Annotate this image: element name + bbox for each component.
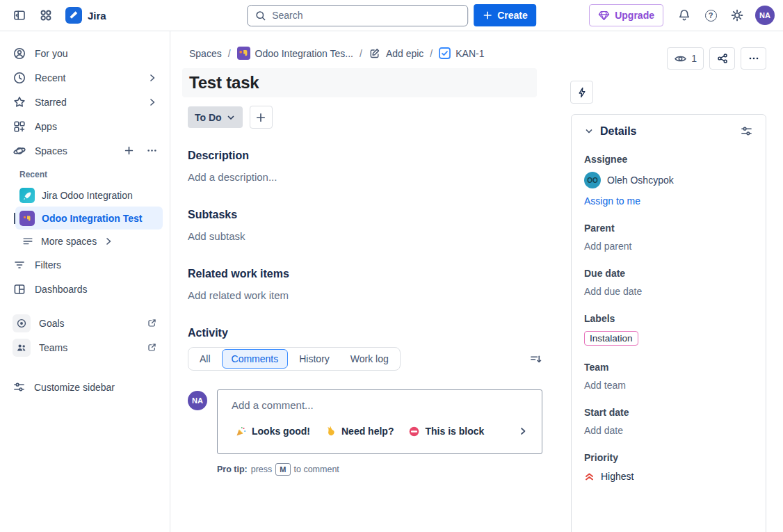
space-item-jira-odoo-integration[interactable]: Jira Odoo Integration <box>15 184 163 207</box>
details-header[interactable]: Details <box>584 124 753 138</box>
planet-icon <box>13 144 26 158</box>
configure-fields-button[interactable] <box>740 124 753 138</box>
automation-button[interactable] <box>570 81 593 104</box>
label-chip[interactable]: Instalation <box>584 331 638 346</box>
priority-value[interactable]: Highest <box>584 471 753 482</box>
description-placeholder[interactable]: Add a description... <box>188 171 542 183</box>
comment-placeholder: Add a comment... <box>232 399 528 411</box>
assign-to-me-link[interactable]: Assign to me <box>584 195 753 207</box>
watchers-button[interactable]: 1 <box>667 47 704 70</box>
comment-box[interactable]: Add a comment... Looks good! <box>217 389 542 454</box>
add-team-placeholder[interactable]: Add team <box>584 380 753 391</box>
sidebar-item-dashboards[interactable]: Dashboards <box>7 277 163 301</box>
notifications-button[interactable] <box>673 4 695 26</box>
details-panel: Details Assignee OO Oleh Oshcypok Assign… <box>571 114 766 532</box>
add-subtask-placeholder[interactable]: Add subtask <box>188 230 542 242</box>
collapse-sidebar-button[interactable] <box>8 4 31 26</box>
sidebar-item-goals[interactable]: Goals <box>7 311 163 335</box>
breadcrumb-project[interactable]: Odoo Integration Tes... <box>237 47 353 60</box>
global-search[interactable] <box>247 5 468 26</box>
sort-descending-icon <box>529 353 542 366</box>
party-popper-icon <box>236 426 246 437</box>
breadcrumb-separator: / <box>360 48 362 59</box>
space-item-odoo-integration-test[interactable]: Odoo Integration Test <box>15 207 163 229</box>
tab-history[interactable]: History <box>289 349 339 369</box>
bell-icon <box>677 8 691 22</box>
chevron-right-icon <box>147 97 157 107</box>
user-avatar[interactable]: NA <box>755 6 775 25</box>
quick-reply-need-help[interactable]: Need help? <box>321 424 398 438</box>
sidebar-item-recent[interactable]: Recent <box>7 65 163 90</box>
tab-work-log[interactable]: Work log <box>341 349 398 369</box>
app-switcher-button[interactable] <box>35 4 57 26</box>
list-lines-icon <box>19 235 34 248</box>
gem-icon <box>598 10 610 21</box>
breadcrumb-issue-key[interactable]: KAN-1 <box>439 47 484 59</box>
sidebar-item-more-spaces[interactable]: More spaces <box>15 229 163 252</box>
sidebar-item-spaces[interactable]: Spaces <box>7 138 163 163</box>
sidebar-item-apps[interactable]: Apps <box>7 114 163 138</box>
create-button[interactable]: Create <box>474 4 536 26</box>
pro-tip-press: press <box>251 465 273 474</box>
jira-brand[interactable]: Jira <box>61 7 111 24</box>
related-work-items-section: Related work items Add related work item <box>188 268 542 301</box>
activity-heading: Activity <box>188 327 542 339</box>
star-icon <box>13 95 26 109</box>
space-rocket-icon <box>19 188 35 203</box>
add-button[interactable] <box>250 106 273 129</box>
plus-icon <box>255 112 266 123</box>
subtasks-section: Subtasks Add subtask <box>188 209 542 242</box>
tab-all[interactable]: All <box>190 349 220 369</box>
sidebar-item-starred[interactable]: Starred <box>7 90 163 114</box>
customize-sidebar-label: Customize sidebar <box>34 382 157 393</box>
quick-reply-this-is-block[interactable]: This is block <box>405 424 488 438</box>
quick-replies: Looks good! Need help? <box>232 424 528 438</box>
spaces-more-icon[interactable] <box>147 145 157 156</box>
assignee-value[interactable]: OO Oleh Oshcypok <box>584 172 753 188</box>
add-start-date-placeholder[interactable]: Add date <box>584 425 753 436</box>
sidebar-item-filters[interactable]: Filters <box>7 252 163 277</box>
priority-text: Highest <box>601 471 633 482</box>
tab-comments[interactable]: Comments <box>222 349 289 369</box>
activity-section: Activity All Comments History Work log <box>188 327 542 476</box>
field-team: Team Add team <box>584 362 753 391</box>
breadcrumb-add-epic[interactable]: Add epic <box>369 47 423 60</box>
issue-title-container[interactable]: Test task <box>182 68 537 97</box>
subtasks-heading: Subtasks <box>188 209 542 221</box>
sidebar-item-teams[interactable]: Teams <box>7 335 163 360</box>
start-date-label: Start date <box>584 407 753 418</box>
add-parent-placeholder[interactable]: Add parent <box>584 241 753 252</box>
sliders-icon <box>13 380 26 394</box>
selected-space-indicator <box>14 213 15 224</box>
customize-sidebar-button[interactable]: Customize sidebar <box>7 375 163 399</box>
filters-label: Filters <box>35 259 157 271</box>
quick-reply-looks-good[interactable]: Looks good! <box>232 424 314 438</box>
issue-title: Test task <box>189 73 530 92</box>
search-input[interactable] <box>272 10 460 21</box>
add-due-date-placeholder[interactable]: Add due date <box>584 286 753 297</box>
add-related-placeholder[interactable]: Add related work item <box>188 289 542 301</box>
sidebar-item-for-you[interactable]: For you <box>7 41 163 65</box>
apps-grid-icon <box>13 120 26 134</box>
eye-icon <box>674 52 687 65</box>
help-button[interactable]: ? <box>700 4 722 26</box>
status-dropdown[interactable]: To Do <box>188 106 243 128</box>
more-actions-button[interactable] <box>741 47 766 70</box>
no-entry-icon <box>409 426 419 437</box>
chevron-down-icon <box>584 127 594 136</box>
keyboard-shortcut-m: M <box>275 463 290 476</box>
add-space-icon[interactable] <box>124 145 134 156</box>
recent-spaces-header: Recent <box>7 163 163 184</box>
assignee-name: Oleh Oshcypok <box>607 175 674 186</box>
share-button[interactable] <box>709 47 735 70</box>
sort-order-button[interactable] <box>529 353 542 366</box>
field-labels: Labels Instalation <box>584 313 753 346</box>
more-spaces-label: More spaces <box>41 236 97 247</box>
upgrade-button[interactable]: Upgrade <box>589 4 663 26</box>
field-due-date: Due date Add due date <box>584 268 753 297</box>
settings-button[interactable] <box>726 4 748 26</box>
breadcrumb-spaces[interactable]: Spaces <box>189 48 222 59</box>
waving-hand-icon <box>325 426 336 437</box>
quick-replies-more-button[interactable] <box>518 426 528 436</box>
person-circle-icon <box>13 47 26 61</box>
